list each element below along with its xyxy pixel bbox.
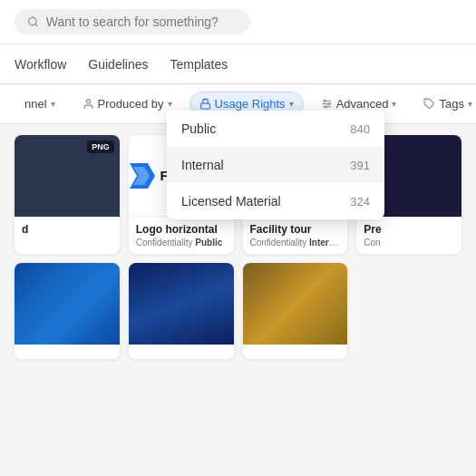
card-pre-title: Pre	[364, 223, 454, 236]
blue-abstract-img	[15, 263, 120, 345]
filter-produced-by-label: Produced by	[98, 97, 164, 111]
nav-item-workflow[interactable]: Workflow	[15, 53, 66, 75]
card-blue1-thumb	[15, 263, 120, 345]
svg-line-1	[35, 24, 37, 25]
dropdown-item-licensed-count: 324	[350, 195, 370, 209]
sliders-icon	[321, 98, 333, 110]
card-blue1[interactable]	[15, 263, 120, 359]
dropdown-item-internal-count: 391	[350, 159, 370, 172]
dropdown-item-internal-label: Internal	[181, 158, 224, 172]
search-input[interactable]	[46, 15, 238, 29]
card-png-title: d	[22, 223, 112, 236]
dropdown-item-licensed[interactable]: Licensed Material 324	[167, 183, 384, 219]
nav-item-templates[interactable]: Templates	[170, 53, 228, 75]
filter-produced-by[interactable]: Produced by ▾	[73, 92, 182, 116]
search-bar	[0, 0, 476, 44]
dropdown-item-internal[interactable]: Internal 391	[167, 147, 384, 183]
card-facility-title: Facility tour	[250, 223, 341, 236]
card-gold-info	[243, 345, 348, 359]
svg-rect-3	[200, 103, 209, 109]
dropdown-item-licensed-label: Licensed Material	[181, 194, 281, 209]
chevron-down-icon: ▾	[392, 99, 396, 109]
dropdown-item-public-count: 840	[350, 122, 370, 136]
filter-advanced-label: Advanced	[336, 97, 389, 111]
fabricate-icon	[130, 163, 155, 189]
card-gold-thumb	[243, 263, 348, 345]
chevron-down-icon: ▾	[468, 99, 472, 109]
chevron-down-icon: ▾	[51, 99, 55, 109]
card-gold[interactable]	[243, 263, 348, 359]
card-png-thumb: PNG	[15, 135, 120, 217]
search-icon	[27, 15, 39, 28]
card-logo-sub: Confidentiality Public	[136, 238, 227, 248]
dropdown-item-public[interactable]: Public 840	[167, 111, 384, 147]
card-png[interactable]: PNG d	[15, 135, 120, 254]
filter-channel[interactable]: nnel ▾	[15, 92, 65, 116]
card-pre-sub: Con	[364, 238, 454, 248]
card-logo-info: Logo horizontal Confidentiality Public	[129, 217, 234, 254]
filter-usage-rights-label: Usage Rights	[215, 97, 286, 111]
lock-icon	[199, 98, 211, 110]
card-logo-title: Logo horizontal	[136, 223, 227, 236]
svg-point-7	[324, 100, 325, 102]
card-blue1-info	[15, 345, 120, 359]
filter-tags-label: Tags	[439, 97, 463, 111]
svg-point-2	[86, 100, 90, 103]
dropdown-item-public-label: Public	[181, 121, 216, 136]
card-png-badge: PNG	[87, 141, 114, 153]
svg-point-8	[327, 102, 329, 104]
tag-icon	[423, 98, 435, 110]
search-input-wrap[interactable]	[15, 9, 250, 34]
person-icon	[83, 98, 94, 110]
chevron-down-icon: ▾	[168, 99, 172, 109]
card-blue2-thumb	[129, 263, 234, 345]
chevron-down-icon: ▾	[289, 99, 294, 109]
card-png-info: d	[15, 217, 120, 244]
filter-channel-label: nnel	[24, 97, 47, 111]
usage-rights-dropdown: Public 840 Internal 391 Licensed Materia…	[167, 111, 384, 219]
card-blue2[interactable]	[129, 263, 234, 359]
card-facility-sub: Confidentiality Internal	[250, 238, 341, 248]
nav-bar: Workflow Guidelines Templates	[0, 44, 476, 84]
filter-tags[interactable]: Tags ▾	[413, 92, 476, 116]
nav-item-guidelines[interactable]: Guidelines	[88, 53, 148, 75]
card-blue2-info	[129, 345, 234, 359]
card-facility-info: Facility tour Confidentiality Internal	[243, 217, 348, 254]
card-pre-info: Pre Con	[356, 217, 461, 254]
svg-point-9	[325, 106, 326, 108]
